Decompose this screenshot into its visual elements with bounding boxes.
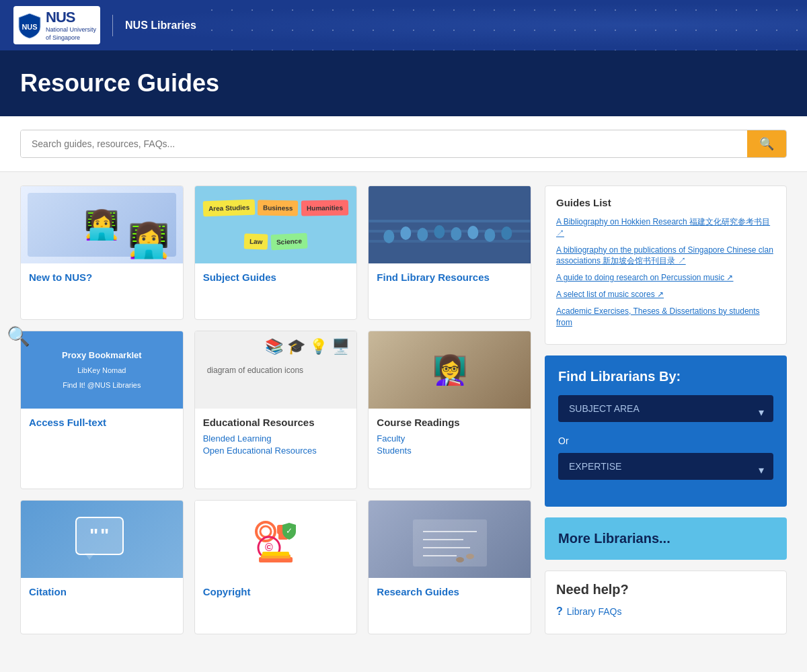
card-image-find-library (369, 186, 531, 263)
svg-marker-16 (85, 553, 95, 560)
svg-rect-1 (369, 186, 531, 263)
logo-box: NUS NUS National University of Singapore (13, 6, 100, 44)
svg-rect-13 (76, 517, 123, 554)
cards-grid: 👩‍💻 New to NUS? Area Studies Business Hu… (20, 185, 531, 634)
card-copyright[interactable]: © ✓ Copyright (194, 500, 358, 634)
card-body-access-fulltext: Access Full-text (21, 409, 183, 442)
card-title-citation[interactable]: Citation (29, 586, 175, 597)
card-image-copyright: © ✓ (195, 501, 357, 578)
students-link[interactable]: Students (377, 446, 523, 456)
card-course-readings[interactable]: 👩‍🏫 Course Readings Faculty Students (368, 331, 531, 489)
svg-rect-2 (369, 220, 531, 222)
svg-point-6 (401, 226, 412, 240)
page-title: Resource Guides (20, 69, 787, 97)
svg-rect-27 (413, 519, 487, 566)
card-image-citation: " " (21, 501, 183, 578)
libraries-label: NUS Libraries (125, 19, 196, 32)
nus-subtext: National University of Singapore (46, 26, 96, 42)
question-icon: ? (556, 605, 563, 618)
find-librarians-box: Find Librarians By: SUBJECT AREA Or EXPE… (545, 355, 787, 507)
guides-list-title: Guides List (556, 197, 775, 208)
card-image-educational: diagram of education icons 📚🎓💡🖥️ (195, 331, 357, 409)
svg-point-5 (384, 230, 395, 243)
card-title-course-readings: Course Readings (377, 417, 523, 428)
sticky-note-science: Science (270, 233, 307, 250)
faculty-link[interactable]: Faculty (377, 433, 523, 444)
card-body-find-library: Find Library Resources (369, 263, 531, 296)
svg-text:©: © (265, 542, 273, 553)
guides-list-item-5[interactable]: Academic Exercises, Theses & Dissertatio… (556, 306, 775, 329)
card-image-new-to-nus: 👩‍💻 (21, 186, 183, 263)
more-librarians-box[interactable]: More Librarians... (545, 517, 787, 560)
logo-divider (112, 15, 113, 36)
card-access-fulltext[interactable]: Proxy Bookmarklet LibKey Nomad Find It! … (20, 331, 184, 489)
svg-text:": " (100, 525, 109, 546)
search-icon: 🔍 (759, 137, 774, 151)
card-body-citation: Citation (21, 578, 183, 611)
library-faqs-label: Library FAQs (567, 606, 622, 617)
access-text-image: Proxy Bookmarklet LibKey Nomad Find It! … (62, 349, 142, 392)
sidebar: Guides List A Bibliography on Hokkien Re… (545, 185, 787, 634)
card-title-new-to-nus[interactable]: New to NUS? (29, 271, 175, 283)
expertise-dropdown-wrapper: EXPERTISE (558, 453, 773, 487)
card-body-research-guides: Research Guides (369, 578, 531, 611)
card-title-access-fulltext[interactable]: Access Full-text (29, 417, 175, 428)
logo-area: NUS NUS National University of Singapore… (13, 6, 196, 44)
guides-list-item-2[interactable]: A bibliography on the publications of Si… (556, 245, 775, 267)
more-librarians-title: More Librarians... (558, 531, 773, 546)
card-educational-resources[interactable]: diagram of education icons 📚🎓💡🖥️ Educati… (194, 331, 358, 489)
card-title-subject-guides[interactable]: Subject Guides (203, 271, 349, 283)
card-body-subject-guides: Subject Guides (195, 263, 357, 296)
need-help-box: Need help? ? Library FAQs (545, 571, 787, 634)
card-find-library-resources[interactable]: Find Library Resources (368, 185, 531, 320)
subject-area-dropdown-wrapper: SUBJECT AREA (558, 395, 773, 429)
card-citation[interactable]: " " Citation (20, 500, 184, 634)
card-research-guides[interactable]: Research Guides (368, 500, 531, 634)
guides-list-item-1[interactable]: A Bibliography on Hokkien Research 福建文化研… (556, 216, 775, 239)
top-header: NUS NUS National University of Singapore… (0, 0, 807, 50)
svg-point-12 (502, 226, 512, 240)
card-image-course-readings: 👩‍🏫 (369, 331, 531, 409)
main-content: 👩‍💻 New to NUS? Area Studies Business Hu… (0, 172, 807, 648)
library-faqs-link[interactable]: ? Library FAQs (556, 605, 775, 618)
search-button[interactable]: 🔍 (747, 130, 786, 157)
svg-point-32 (466, 554, 474, 559)
card-image-subject-guides: Area Studies Business Humanities Law Sci… (195, 186, 357, 263)
svg-text:✓: ✓ (286, 526, 293, 536)
svg-point-7 (418, 228, 428, 241)
card-new-to-nus[interactable]: 👩‍💻 New to NUS? (20, 185, 184, 320)
sticky-note-area-studies: Area Studies (203, 200, 256, 217)
subject-area-dropdown[interactable]: SUBJECT AREA (558, 395, 773, 422)
card-subject-guides[interactable]: Area Studies Business Humanities Law Sci… (194, 185, 358, 320)
edu-diagram-alt: diagram of education icons (202, 360, 309, 380)
card-body-new-to-nus: New to NUS? (21, 263, 183, 296)
svg-rect-26 (262, 552, 289, 556)
card-body-course-readings: Course Readings Faculty Students (369, 409, 531, 466)
card-title-research-guides[interactable]: Research Guides (377, 586, 523, 597)
svg-point-11 (485, 228, 496, 242)
guides-list-item-3[interactable]: A guide to doing research on Percussion … (556, 272, 775, 284)
sticky-note-humanities: Humanities (301, 200, 348, 216)
svg-point-9 (451, 227, 462, 241)
open-educational-resources-link[interactable]: Open Educational Resources (203, 446, 349, 456)
card-title-educational[interactable]: Educational Resources (203, 417, 349, 428)
search-area: 🔍 (0, 116, 807, 172)
card-title-find-library[interactable]: Find Library Resources (377, 271, 523, 283)
blended-learning-link[interactable]: Blended Learning (203, 433, 349, 444)
card-image-research-guides (369, 501, 531, 578)
page-banner: Resource Guides (0, 50, 807, 116)
card-image-access-fulltext: Proxy Bookmarklet LibKey Nomad Find It! … (21, 331, 183, 409)
or-text: Or (558, 435, 773, 446)
expertise-dropdown[interactable]: EXPERTISE (558, 453, 773, 480)
svg-point-33 (456, 557, 464, 562)
sticky-note-business: Business (258, 200, 299, 216)
svg-text:": " (89, 525, 98, 546)
need-help-title: Need help? (556, 582, 775, 597)
guides-list-box: Guides List A Bibliography on Hokkien Re… (545, 185, 787, 345)
card-title-copyright[interactable]: Copyright (203, 586, 349, 597)
search-input[interactable] (21, 130, 747, 157)
find-librarians-title: Find Librarians By: (558, 369, 773, 384)
nus-logo-text: NUS (46, 9, 75, 26)
guides-list-item-4[interactable]: A select list of music scores ↗ (556, 289, 775, 300)
svg-point-8 (434, 225, 445, 239)
